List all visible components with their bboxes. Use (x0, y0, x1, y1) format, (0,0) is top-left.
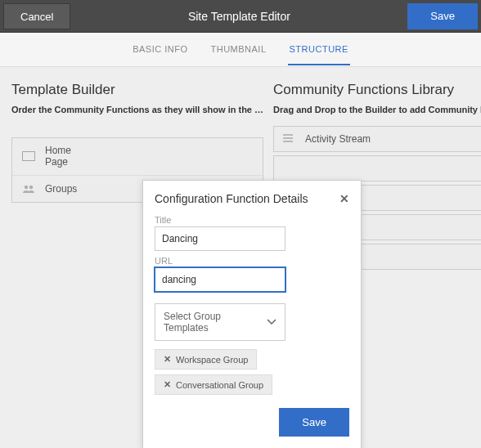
svg-rect-4 (283, 137, 293, 139)
selected-chips: ✕ Workspace Group ✕ Conversational Group (155, 349, 349, 395)
tab-bar: BASIC INFO THUMBNAIL STRUCTURE (0, 33, 481, 67)
builder-item-label: HomePage (45, 145, 254, 168)
library-item[interactable] (273, 155, 481, 181)
cancel-button[interactable]: Cancel (3, 3, 70, 29)
groups-icon (20, 182, 37, 195)
remove-chip-icon[interactable]: ✕ (164, 354, 171, 365)
chip-label: Conversational Group (176, 380, 263, 390)
chip-label: Workspace Group (176, 355, 248, 365)
builder-item-home[interactable]: HomePage (12, 138, 263, 176)
svg-point-1 (25, 186, 28, 189)
svg-rect-0 (23, 152, 35, 161)
page-title: Site Template Editor (70, 10, 407, 23)
page-icon (20, 150, 37, 163)
svg-rect-5 (283, 141, 293, 142)
url-label: URL (155, 256, 349, 266)
builder-title: Template Builder (11, 82, 263, 98)
group-templates-select[interactable]: Select Group Templates (155, 303, 285, 341)
url-input[interactable] (155, 267, 285, 292)
library-item-activity-stream[interactable]: Activity Stream (273, 126, 481, 152)
modal-footer: Save (155, 408, 349, 437)
chip-workspace-group: ✕ Workspace Group (155, 349, 257, 370)
tab-basic-info[interactable]: BASIC INFO (131, 34, 189, 65)
svg-rect-3 (283, 134, 293, 136)
remove-chip-icon[interactable]: ✕ (164, 379, 171, 390)
svg-point-2 (29, 186, 33, 189)
modal-title: Configuration Function Details (155, 192, 308, 205)
builder-subtitle: Order the Community Functions as they wi… (11, 105, 263, 114)
title-input[interactable] (155, 226, 285, 251)
modal-save-button[interactable]: Save (279, 408, 349, 437)
library-subtitle: Drag and Drop to the Builder to add Comm… (273, 105, 481, 114)
save-button[interactable]: Save (407, 3, 478, 29)
library-item-label: Activity Stream (305, 133, 371, 145)
close-icon[interactable]: ✕ (339, 192, 349, 205)
library-title: Community Functions Library (273, 82, 481, 98)
select-label: Select Group Templates (164, 311, 267, 334)
header-bar: Cancel Site Template Editor Save (0, 0, 481, 33)
chip-conversational-group: ✕ Conversational Group (155, 374, 272, 395)
tab-structure[interactable]: STRUCTURE (288, 34, 350, 65)
chevron-down-icon (267, 319, 276, 325)
tab-thumbnail[interactable]: THUMBNAIL (209, 34, 267, 65)
modal-header: Configuration Function Details ✕ (155, 192, 349, 205)
stream-icon (282, 133, 297, 145)
config-function-modal: Configuration Function Details ✕ Title U… (142, 180, 362, 448)
title-label: Title (155, 215, 349, 225)
